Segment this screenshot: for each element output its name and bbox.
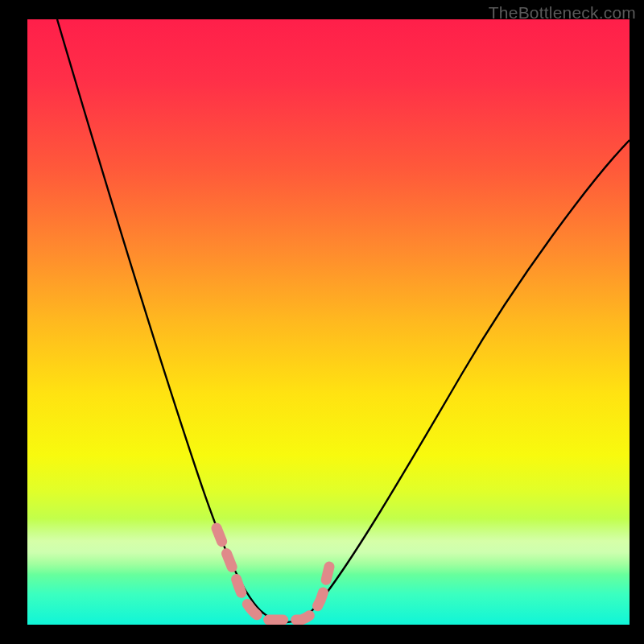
curve-layer — [27, 19, 630, 625]
bottleneck-curve — [57, 19, 630, 622]
figure-root: TheBottleneck.com — [0, 0, 644, 644]
minimum-marker — [217, 528, 329, 620]
watermark-text: TheBottleneck.com — [489, 3, 636, 23]
plot-area — [27, 19, 630, 625]
